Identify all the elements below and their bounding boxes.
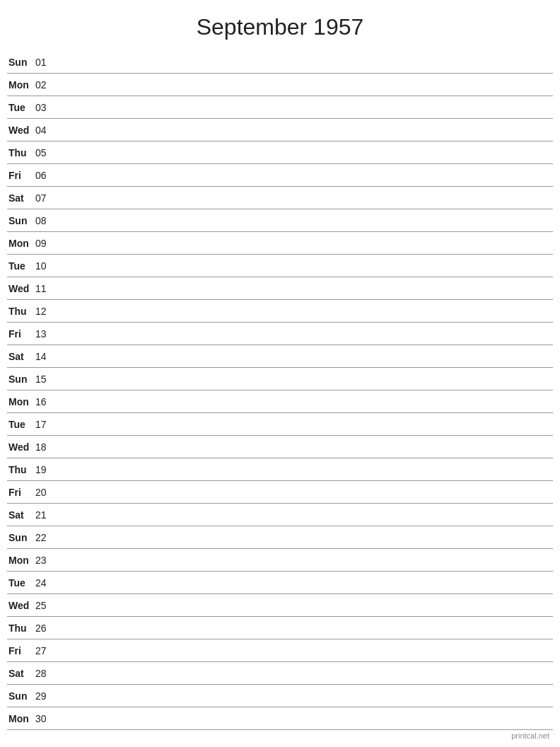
day-number: 26	[35, 622, 57, 634]
calendar-row: Mon30	[7, 707, 553, 730]
day-number: 10	[35, 260, 57, 272]
calendar-row: Tue10	[7, 255, 553, 277]
calendar-row: Mon16	[7, 390, 553, 413]
calendar-row: Thu19	[7, 458, 553, 481]
day-number: 20	[35, 487, 57, 498]
day-number: 22	[35, 532, 57, 543]
day-line	[57, 175, 553, 175]
calendar-row: Fri13	[7, 323, 553, 345]
day-number: 19	[35, 464, 57, 475]
day-line	[57, 560, 553, 560]
day-name: Fri	[7, 170, 35, 181]
day-number: 08	[35, 215, 57, 226]
day-number: 28	[35, 668, 57, 679]
day-name: Sun	[7, 374, 35, 385]
day-number: 02	[35, 79, 57, 91]
day-line	[57, 627, 553, 628]
day-name: Tue	[7, 260, 35, 272]
day-number: 15	[35, 374, 57, 385]
page-title: September 1957	[0, 0, 560, 51]
calendar-row: Mon09	[7, 232, 553, 255]
day-number: 03	[35, 102, 57, 113]
day-line	[57, 220, 553, 221]
day-number: 11	[35, 283, 57, 294]
calendar-row: Fri20	[7, 481, 553, 504]
calendar-row: Tue03	[7, 96, 553, 119]
day-line	[57, 401, 553, 402]
calendar-row: Tue17	[7, 413, 553, 436]
day-line	[57, 311, 553, 311]
day-name: Mon	[7, 79, 35, 91]
day-number: 06	[35, 170, 57, 181]
day-line	[57, 84, 553, 85]
day-number: 16	[35, 396, 57, 407]
day-line	[57, 356, 553, 357]
day-number: 30	[35, 713, 57, 724]
calendar-row: Thu26	[7, 617, 553, 639]
calendar-row: Thu05	[7, 141, 553, 164]
day-number: 18	[35, 441, 57, 453]
day-line	[57, 288, 553, 289]
calendar-row: Sat14	[7, 345, 553, 368]
calendar-row: Sun22	[7, 526, 553, 549]
day-name: Wed	[7, 600, 35, 611]
day-number: 09	[35, 238, 57, 249]
day-number: 17	[35, 419, 57, 430]
day-line	[57, 469, 553, 470]
day-line	[57, 378, 553, 379]
day-number: 27	[35, 645, 57, 656]
day-name: Thu	[7, 622, 35, 634]
day-number: 01	[35, 57, 57, 68]
day-name: Mon	[7, 238, 35, 249]
day-name: Sun	[7, 532, 35, 543]
day-number: 25	[35, 600, 57, 611]
day-name: Wed	[7, 441, 35, 453]
day-name: Tue	[7, 102, 35, 113]
day-name: Fri	[7, 645, 35, 656]
day-number: 13	[35, 328, 57, 340]
day-line	[57, 129, 553, 130]
calendar-row: Wed25	[7, 594, 553, 617]
day-name: Thu	[7, 306, 35, 317]
calendar-row: Sun08	[7, 209, 553, 232]
day-name: Sat	[7, 351, 35, 362]
day-line	[57, 492, 553, 492]
day-line	[57, 605, 553, 606]
calendar-row: Sat21	[7, 504, 553, 526]
day-line	[57, 695, 553, 696]
day-number: 05	[35, 147, 57, 158]
day-name: Tue	[7, 577, 35, 589]
calendar-grid: Sun01Mon02Tue03Wed04Thu05Fri06Sat07Sun08…	[0, 51, 560, 730]
day-name: Sun	[7, 57, 35, 68]
day-line	[57, 582, 553, 583]
calendar-row: Wed11	[7, 277, 553, 300]
day-name: Mon	[7, 555, 35, 566]
calendar-row: Sat07	[7, 187, 553, 209]
day-number: 07	[35, 192, 57, 204]
day-name: Sun	[7, 215, 35, 226]
calendar-row: Wed04	[7, 119, 553, 141]
day-line	[57, 446, 553, 447]
day-name: Sat	[7, 668, 35, 679]
day-line	[57, 424, 553, 424]
day-name: Fri	[7, 328, 35, 340]
day-name: Wed	[7, 283, 35, 294]
day-number: 24	[35, 577, 57, 589]
day-line	[57, 152, 553, 153]
day-line	[57, 537, 553, 538]
calendar-row: Sat28	[7, 662, 553, 685]
day-line	[57, 673, 553, 673]
day-name: Mon	[7, 713, 35, 724]
calendar-row: Fri27	[7, 639, 553, 662]
day-number: 29	[35, 690, 57, 702]
calendar-row: Sun01	[7, 51, 553, 74]
day-line	[57, 107, 553, 108]
day-line	[57, 718, 553, 719]
day-number: 12	[35, 306, 57, 317]
day-number: 23	[35, 555, 57, 566]
calendar-row: Fri06	[7, 164, 553, 187]
calendar-row: Tue24	[7, 572, 553, 594]
calendar-row: Sun29	[7, 685, 553, 707]
footer-text: printcal.net	[511, 731, 549, 740]
day-number: 21	[35, 509, 57, 521]
